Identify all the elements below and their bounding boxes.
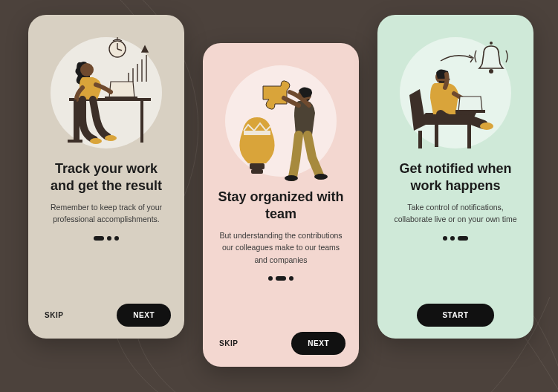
illustration-wrap xyxy=(216,56,345,183)
illustration-desk-work xyxy=(47,36,166,154)
page-indicator xyxy=(42,236,171,241)
onboarding-subtitle: Take control of notifications, collabora… xyxy=(391,201,520,226)
onboarding-subtitle: Remember to keep track of your professio… xyxy=(42,201,171,226)
page-dot xyxy=(443,236,447,241)
onboarding-card-3: Get notified when work happens Take cont… xyxy=(377,15,533,339)
svg-point-20 xyxy=(285,175,298,181)
page-dot xyxy=(289,276,293,281)
onboarding-subtitle: But understanding the contributions our … xyxy=(216,229,345,266)
person-icon xyxy=(284,87,328,181)
svg-point-21 xyxy=(314,174,328,180)
bell-icon xyxy=(475,42,507,74)
svg-point-13 xyxy=(90,138,102,144)
onboarding-footer: SKIP NEXT xyxy=(216,332,345,355)
svg-point-23 xyxy=(490,42,493,45)
svg-rect-25 xyxy=(467,125,471,148)
onboarding-footer: START xyxy=(391,304,520,327)
next-button[interactable]: NEXT xyxy=(291,332,345,355)
page-dot xyxy=(114,236,119,241)
onboarding-title: Stay organized with team xyxy=(216,189,345,222)
puzzle-piece-icon xyxy=(263,81,290,109)
skip-button[interactable]: SKIP xyxy=(216,335,241,352)
start-button[interactable]: START xyxy=(417,304,493,327)
person-icon xyxy=(68,62,117,144)
illustration-puzzle-lightbulb xyxy=(221,64,340,183)
svg-point-22 xyxy=(489,69,493,74)
onboarding-title: Track your work and get the result xyxy=(42,160,171,194)
clock-icon xyxy=(109,37,126,57)
laptop-icon xyxy=(455,97,485,113)
page-indicator xyxy=(216,276,345,281)
page-dot xyxy=(107,236,111,241)
onboarding-card-2: Stay organized with team But understandi… xyxy=(203,43,359,367)
svg-rect-18 xyxy=(251,169,263,174)
illustration-notification xyxy=(396,36,515,154)
svg-rect-24 xyxy=(418,131,422,148)
svg-rect-10 xyxy=(140,101,143,143)
page-dot-active xyxy=(94,236,104,241)
lightbulb-icon xyxy=(239,117,274,174)
illustration-wrap xyxy=(42,28,171,154)
svg-rect-15 xyxy=(74,99,77,140)
skip-button[interactable]: SKIP xyxy=(42,307,66,324)
svg-rect-26 xyxy=(435,125,438,147)
illustration-wrap xyxy=(391,28,520,154)
next-button[interactable]: NEXT xyxy=(117,304,171,327)
svg-rect-17 xyxy=(250,163,265,169)
svg-point-12 xyxy=(80,63,94,76)
svg-rect-28 xyxy=(455,110,485,113)
arrow-curve-icon xyxy=(441,55,473,62)
page-indicator xyxy=(391,236,520,241)
page-dot xyxy=(450,236,455,241)
svg-rect-11 xyxy=(105,97,137,99)
onboarding-card-1: Track your work and get the result Remem… xyxy=(28,15,184,339)
onboarding-cards: Track your work and get the result Remem… xyxy=(0,0,558,392)
svg-point-14 xyxy=(105,135,117,141)
svg-point-29 xyxy=(480,122,493,130)
page-dot-active xyxy=(458,236,468,241)
bar-chart-icon xyxy=(129,46,148,82)
svg-rect-16 xyxy=(68,140,82,143)
page-dot-active xyxy=(276,276,286,281)
onboarding-title: Get notified when work happens xyxy=(391,160,520,194)
onboarding-footer: SKIP NEXT xyxy=(42,304,171,327)
page-dot xyxy=(268,276,273,281)
